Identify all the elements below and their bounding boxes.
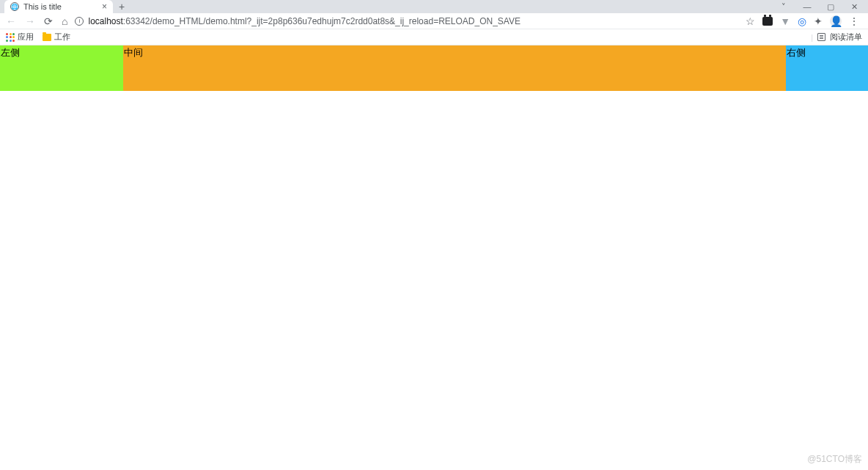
extension-cat-icon[interactable] (762, 17, 773, 26)
bookmark-folder-work[interactable]: 工作 (43, 32, 70, 43)
home-button[interactable]: ⌂ (62, 15, 67, 27)
nav-controls: ← → ⟳ ⌂ (6, 15, 67, 27)
browser-tab[interactable]: 🌐 This is title × (4, 0, 113, 13)
reload-button[interactable]: ⟳ (44, 15, 53, 27)
extensions-icon[interactable]: ✦ (814, 15, 823, 27)
tab-title: This is title (23, 2, 98, 11)
close-button[interactable]: ✕ (849, 2, 859, 12)
extension-target-icon[interactable]: ◎ (798, 15, 806, 27)
reading-list-icon (817, 33, 825, 41)
reading-list-label: 阅读清单 (830, 32, 862, 43)
address-bar: ← → ⟳ ⌂ i localhost:63342/demo_HTML/demo… (0, 13, 868, 29)
window-controls: ˅ — ▢ ✕ (779, 2, 868, 12)
close-icon[interactable]: × (102, 1, 107, 12)
tab-bar: 🌐 This is title × + ˅ — ▢ ✕ (0, 0, 868, 13)
bookmark-apps-label: 应用 (18, 32, 34, 43)
maximize-button[interactable]: ▢ (825, 2, 836, 12)
divider: | (811, 33, 813, 42)
new-tab-button[interactable]: + (119, 1, 125, 12)
bookmark-apps[interactable]: 应用 (6, 32, 34, 43)
forward-button[interactable]: → (25, 15, 35, 27)
back-button[interactable]: ← (6, 15, 16, 27)
chevron-down-icon[interactable]: ˅ (779, 2, 789, 12)
url-port: :63342 (123, 16, 150, 26)
reading-list[interactable]: | 阅读清单 (811, 32, 862, 43)
bookmark-folder-label: 工作 (54, 32, 70, 43)
url-path: /demo_HTML/demo.html?_ijt=2p8p636u7edhuj… (150, 16, 521, 26)
globe-icon: 🌐 (10, 2, 19, 11)
bookmarks-bar: 应用 工作 | 阅读清单 (0, 29, 868, 45)
watermark: @51CTO博客 (807, 453, 862, 466)
folder-icon (43, 34, 51, 41)
column-right: 右侧 (786, 45, 868, 91)
toolbar-right: ☆ ▼ ◎ ✦ 👤 ⋮ (746, 15, 862, 27)
star-icon[interactable]: ☆ (746, 15, 755, 27)
minimize-button[interactable]: — (802, 2, 812, 12)
url-host: localhost (88, 16, 122, 26)
apps-icon (6, 33, 15, 42)
profile-avatar[interactable]: 👤 (830, 15, 842, 27)
url-box[interactable]: i localhost:63342/demo_HTML/demo.html?_i… (75, 16, 738, 26)
column-left-label: 左侧 (0, 45, 123, 59)
page-content: 左侧 中间 右侧 (0, 45, 868, 91)
column-right-label: 右侧 (786, 45, 868, 59)
column-left: 左侧 (0, 45, 123, 91)
extension-v-icon[interactable]: ▼ (780, 15, 790, 27)
url-text: localhost:63342/demo_HTML/demo.html?_ijt… (88, 16, 520, 26)
column-middle: 中间 (123, 45, 786, 91)
column-middle-label: 中间 (123, 45, 786, 59)
info-icon[interactable]: i (75, 17, 84, 26)
menu-icon[interactable]: ⋮ (849, 15, 859, 27)
